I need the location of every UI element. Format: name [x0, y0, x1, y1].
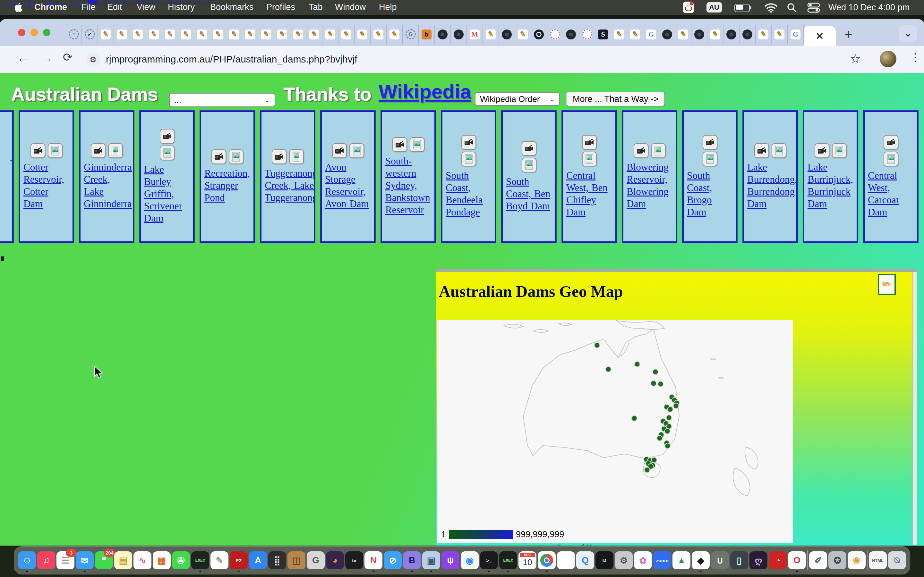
dock-firefox[interactable]: ◕ — [326, 551, 344, 569]
dam-link[interactable]: South-western Sydney, Bankstown Reservoi… — [382, 155, 435, 216]
picture-icon-button[interactable] — [349, 143, 364, 158]
movie-camera-icon-button[interactable] — [212, 149, 226, 164]
dock-mail[interactable]: ✉ — [76, 551, 94, 569]
forward-button[interactable]: → — [40, 51, 53, 65]
tab-pencil[interactable]: ✎ — [130, 25, 146, 44]
picture-icon-button[interactable] — [703, 152, 717, 166]
dam-geo-dot[interactable] — [652, 369, 658, 375]
map-terms-link-clipped[interactable]: Terms of Use — [557, 543, 598, 546]
tab-pencil[interactable]: ✎ — [274, 25, 290, 44]
picture-icon-button[interactable] — [772, 143, 787, 158]
geo-map[interactable]: 1 999,999,999 — [437, 320, 793, 543]
dam-link[interactable]: Cotter Reservoir, Cotter Dam — [20, 161, 73, 210]
dock-blank-file[interactable] — [557, 551, 575, 569]
dam-geo-dot[interactable] — [656, 435, 662, 441]
dock-finder[interactable]: ☺ — [18, 551, 36, 569]
dock-html-file[interactable]: HTML — [869, 551, 887, 569]
dock-intellij[interactable]: IJ — [596, 551, 614, 569]
dam-link[interactable]: Tuggeranong Creek, Lake Tuggeranong — [262, 167, 315, 203]
dock-opera[interactable]: O — [788, 551, 806, 569]
dam-geo-dot[interactable] — [664, 428, 670, 434]
tab-pencil[interactable]: ✎ — [146, 25, 162, 44]
movie-camera-icon-button[interactable] — [272, 149, 286, 164]
tab-pencil[interactable]: ✎ — [627, 25, 643, 44]
tab-pencil[interactable]: ✎ — [756, 25, 772, 44]
apple-menu-icon[interactable] — [14, 2, 24, 13]
tab-dots[interactable] — [579, 25, 595, 44]
bookmark-star-icon[interactable]: ☆ — [850, 51, 861, 66]
dock-exec-terminal-2[interactable]: EXEC — [499, 551, 517, 569]
dock-inkscape[interactable]: ◆ — [692, 551, 710, 569]
dock-brown-book-app[interactable]: ◫ — [288, 551, 305, 569]
menu-item-bookmarks[interactable]: Bookmarks — [210, 2, 254, 12]
movie-camera-icon-button[interactable] — [884, 135, 898, 150]
new-tab-button[interactable]: + — [844, 25, 853, 44]
tab-close-icon[interactable]: ✕ — [816, 31, 824, 42]
dam-filter-select[interactable]: ...⌄ — [169, 93, 275, 107]
picture-icon-button[interactable] — [229, 149, 244, 164]
dam-geo-dot[interactable] — [594, 342, 600, 348]
tab-search-chevron-button[interactable]: ⌄ — [899, 25, 917, 42]
tab-chrome-dark[interactable] — [563, 25, 579, 44]
tab-clock-check[interactable]: ✓ — [82, 25, 98, 44]
dock-facetime[interactable]: ✇ — [172, 551, 190, 569]
tab-google-dash[interactable]: G — [403, 25, 419, 44]
control-center-icon[interactable] — [807, 3, 820, 13]
dock-calendar[interactable]: DEC10 — [519, 551, 536, 569]
movie-camera-icon-button[interactable] — [160, 129, 174, 143]
dam-geo-dot[interactable] — [658, 381, 664, 387]
tab-pencil[interactable]: ✎ — [675, 25, 691, 44]
dock-launchpad[interactable]: ▦ — [153, 551, 171, 569]
movie-camera-icon-button[interactable] — [582, 135, 597, 150]
input-source-badge[interactable]: AU — [706, 2, 722, 13]
window-minimize-button[interactable] — [31, 29, 38, 36]
menu-clock[interactable]: Wed 10 Dec 4:00 pm — [829, 3, 909, 13]
tab-pencil[interactable]: ✎ — [387, 25, 403, 44]
dock-preview[interactable]: ▣ — [422, 551, 440, 569]
wikipedia-link[interactable]: Wikipedia — [379, 80, 471, 103]
dock-cat-face-app[interactable]: ღ — [750, 551, 767, 569]
movie-camera-icon-button[interactable] — [31, 143, 45, 158]
dock-quicktime[interactable]: Q — [576, 551, 594, 569]
dock-screen-time[interactable]: ⊘ — [384, 551, 402, 569]
tab-pencil[interactable]: ✎ — [290, 25, 306, 44]
picture-icon-button[interactable] — [582, 152, 597, 166]
picture-icon-button[interactable] — [160, 145, 174, 160]
dam-geo-dot[interactable] — [634, 361, 640, 367]
tab-pencil[interactable]: ✎ — [338, 25, 355, 44]
movie-camera-icon-button[interactable] — [703, 135, 717, 150]
movie-camera-icon-button[interactable] — [754, 143, 769, 158]
tab-chrome-dark[interactable] — [435, 25, 451, 44]
tab-pencil[interactable]: ✎ — [515, 25, 531, 44]
tab-pencil[interactable]: ✎ — [194, 25, 210, 44]
picture-icon-button[interactable] — [48, 143, 63, 158]
dock-exec-terminal[interactable]: EXEC — [191, 551, 209, 569]
site-info-icon[interactable]: ⚙ — [86, 53, 100, 67]
menu-item-tab[interactable]: Tab — [309, 2, 323, 12]
tab-pencil[interactable]: ✎ — [226, 25, 242, 44]
tab-pencil[interactable]: ✎ — [114, 25, 130, 44]
address-bar-url[interactable]: rjmprogramming.com.au/PHP/australian_dam… — [106, 54, 357, 65]
picture-icon-button[interactable] — [832, 143, 846, 158]
dam-link[interactable]: Lake Burley Griffin, Scrivener Dam — [141, 163, 193, 224]
tab-pencil[interactable]: ✎ — [178, 25, 194, 44]
active-tab[interactable]: ✕ — [804, 26, 836, 46]
dock-apple-tv[interactable]: tv — [345, 551, 363, 569]
tab-pencil[interactable]: ✎ — [306, 25, 322, 44]
map-panel-scrollbar[interactable] — [913, 272, 917, 545]
tab-chrome-dark[interactable] — [451, 25, 467, 44]
dock-triangle-maps-app[interactable]: ▲ — [672, 551, 690, 569]
dock-tooth-shape-app[interactable]: ∪ — [711, 551, 729, 569]
movie-camera-icon-button[interactable] — [634, 143, 648, 158]
tab-pencil[interactable]: ✎ — [355, 25, 371, 44]
dock-zoom[interactable]: zoom — [653, 551, 671, 569]
more-that-a-way-button[interactable]: More ... That a Way -> — [566, 92, 665, 106]
tab-gmail[interactable]: M — [467, 25, 483, 44]
movie-camera-icon-button[interactable] — [332, 143, 347, 158]
movie-camera-icon-button[interactable] — [814, 143, 829, 158]
tab-chrome-dark[interactable] — [691, 25, 708, 44]
tab-pencil[interactable]: ✎ — [242, 25, 258, 44]
dam-link[interactable]: South Coast, Bendeela Pondage — [443, 169, 495, 218]
tab-chrome-dark[interactable] — [740, 25, 756, 44]
dock-filezilla[interactable]: FZ — [230, 551, 248, 569]
